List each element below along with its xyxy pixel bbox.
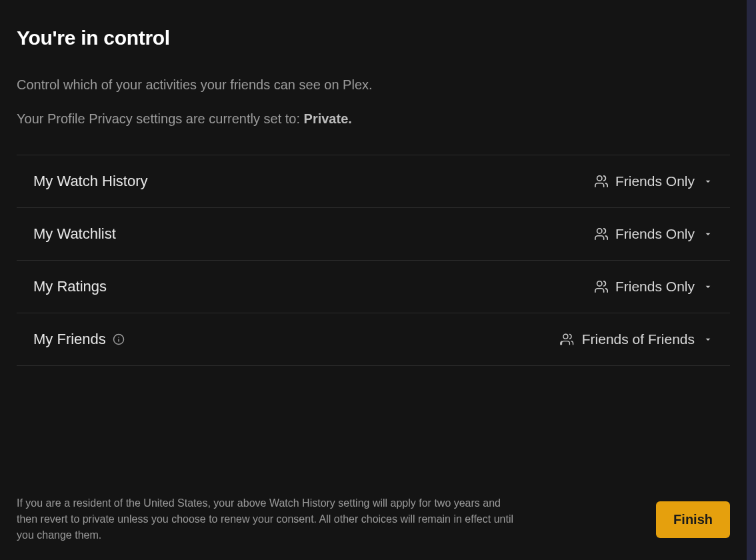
setting-dropdown-friends[interactable]: Friends of Friends	[559, 331, 713, 347]
page-title: You're in control	[17, 27, 730, 49]
setting-value-text: Friends Only	[615, 226, 695, 242]
chevron-down-icon	[703, 176, 713, 187]
page-subtitle: Control which of your activities your fr…	[17, 77, 730, 93]
chevron-down-icon	[703, 334, 713, 345]
friends-of-friends-icon	[559, 332, 575, 347]
privacy-note: Your Profile Privacy settings are curren…	[17, 111, 730, 127]
chevron-down-icon	[703, 281, 713, 292]
setting-label-watch-history: My Watch History	[33, 173, 148, 190]
header-section: You're in control Control which of your …	[17, 27, 730, 127]
setting-label-watchlist: My Watchlist	[33, 225, 116, 243]
setting-label-text: My Watchlist	[33, 225, 116, 243]
setting-row-friends: My Friends Friends of Friends	[17, 313, 730, 366]
setting-label-text: My Watch History	[33, 173, 148, 190]
setting-value-text: Friends of Friends	[582, 331, 695, 347]
setting-row-ratings: My Ratings Friends Only	[17, 261, 730, 313]
setting-dropdown-watch-history[interactable]: Friends Only	[594, 173, 713, 189]
privacy-value: Private.	[304, 111, 352, 126]
setting-label-ratings: My Ratings	[33, 278, 107, 295]
friends-icon	[594, 227, 609, 241]
setting-value-text: Friends Only	[615, 173, 695, 189]
setting-dropdown-watchlist[interactable]: Friends Only	[594, 226, 713, 242]
spacer	[17, 366, 730, 482]
privacy-note-prefix: Your Profile Privacy settings are curren…	[17, 111, 304, 126]
svg-point-6	[563, 334, 568, 339]
privacy-settings-panel: You're in control Control which of your …	[0, 0, 747, 560]
friends-icon	[594, 174, 609, 189]
setting-label-text: My Ratings	[33, 278, 107, 295]
friends-icon	[594, 279, 609, 294]
info-icon[interactable]	[113, 333, 125, 345]
right-edge-strip	[747, 0, 756, 560]
svg-point-2	[597, 281, 602, 286]
setting-value-text: Friends Only	[615, 279, 695, 295]
legal-text: If you are a resident of the United Stat…	[17, 495, 523, 543]
svg-point-1	[597, 229, 602, 233]
setting-label-friends: My Friends	[33, 331, 125, 348]
setting-label-text: My Friends	[33, 331, 106, 348]
setting-row-watch-history: My Watch History Friends Only	[17, 155, 730, 208]
svg-point-0	[597, 176, 602, 181]
footer: If you are a resident of the United Stat…	[17, 482, 730, 543]
finish-button[interactable]: Finish	[656, 501, 730, 538]
chevron-down-icon	[703, 229, 713, 239]
settings-list: My Watch History Friends Only My Watchli…	[17, 155, 730, 366]
setting-dropdown-ratings[interactable]: Friends Only	[594, 279, 713, 295]
setting-row-watchlist: My Watchlist Friends Only	[17, 208, 730, 261]
